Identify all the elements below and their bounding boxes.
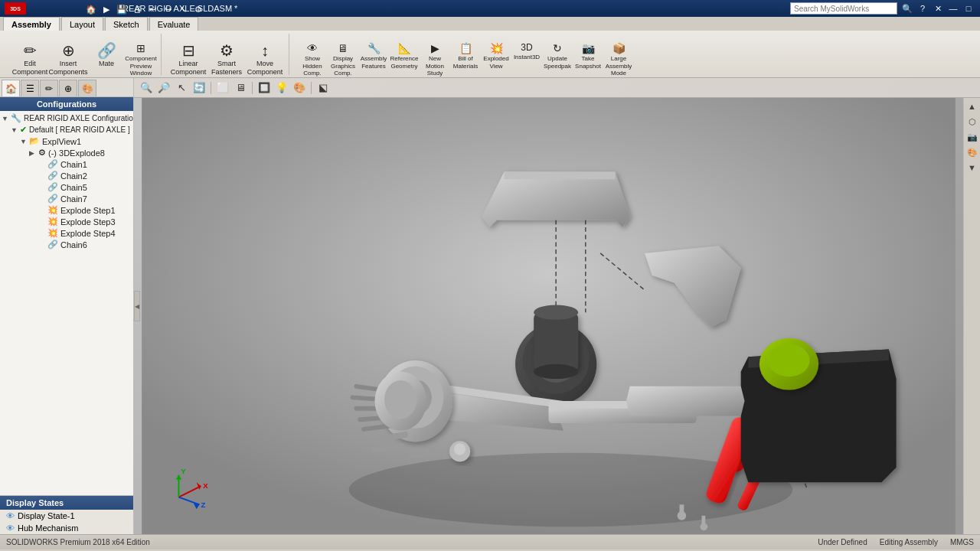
large-assembly-btn[interactable]: 📦 LargeAssemblyMode: [605, 41, 632, 75]
tree-item-default[interactable]: ▼ ✔ Default [ REAR RIGID AXLE ]: [11, 124, 132, 135]
panel-tab-color[interactable]: 🎨: [78, 80, 96, 96]
titlebar-left: 3DS 🏠 ▶ 💾 🖨 ↩ ↪ ↖ ⚙ REAR RIGID AXLE.SLDA…: [5, 2, 237, 15]
tree-item-chain6[interactable]: 🔗 Chain6: [38, 239, 132, 250]
right-icon-3[interactable]: 📷: [965, 130, 979, 144]
qat-print[interactable]: 🖨: [130, 3, 144, 15]
search-input[interactable]: [790, 2, 897, 15]
display-graphics-btn[interactable]: 🖥 DisplayGraphicsComp.: [329, 41, 357, 75]
section-view-btn[interactable]: 🔲: [256, 80, 272, 96]
toggle-explview[interactable]: ▼: [20, 138, 29, 145]
toggle-3dexplode[interactable]: ▶: [29, 149, 38, 157]
tree-item-explview[interactable]: ▼ 📂 ExplView1: [20, 135, 132, 147]
root-icon: 🔧: [11, 113, 21, 123]
root-label: REAR RIGID AXLE Configuration(s): [24, 114, 133, 122]
tab-evaluate[interactable]: Evaluate: [149, 17, 199, 31]
zoom-to-fit-btn[interactable]: 🔍: [139, 80, 154, 96]
show-hidden-btn[interactable]: 👁 ShowHiddenComp.: [299, 41, 326, 75]
qat-home[interactable]: 🏠: [84, 3, 98, 15]
tab-assembly[interactable]: Assembly: [3, 17, 60, 31]
right-icon-5[interactable]: ▼: [965, 161, 979, 174]
tree-item-explode-step4[interactable]: 💥 Explode Step4: [38, 227, 132, 239]
model-container: X Y Z: [134, 98, 963, 534]
panel-tab-add[interactable]: ⊕: [59, 80, 77, 96]
display-states: Display States 👁 Display State-1 👁 Hub M…: [0, 495, 133, 534]
right-icon-4[interactable]: 🎨: [965, 145, 979, 159]
tree-item-chain2[interactable]: 🔗 Chain2: [38, 170, 132, 181]
tree-item-explode-step3[interactable]: 💥 Explode Step3: [38, 216, 132, 227]
tree-item-chain1[interactable]: 🔗 Chain1: [38, 158, 132, 170]
reference-geometry-btn[interactable]: 📐 ReferenceGeometry: [390, 41, 418, 75]
qat-select[interactable]: ↖: [176, 3, 190, 15]
insert-components-btn[interactable]: ⊕ InsertComponents: [51, 41, 86, 75]
3d-viewport[interactable]: 🔍 🔎 ↖ 🔄 ⬜ 🖥 🔲 💡 🎨 ⬕: [134, 78, 980, 534]
select-btn[interactable]: ↖: [174, 80, 189, 96]
tab-sketch[interactable]: Sketch: [105, 17, 148, 31]
qat-options[interactable]: ⚙: [191, 3, 205, 15]
toggle-root[interactable]: ▼: [2, 115, 11, 122]
status-editing: Editing Assembly: [880, 538, 938, 546]
smart-fasteners-btn[interactable]: ⚙ SmartFasteners: [209, 41, 244, 75]
component-preview-btn[interactable]: ⊞ ComponentPreviewWindow: [127, 41, 155, 75]
panel-tab-edit[interactable]: ✏: [40, 80, 58, 96]
tree-item-explode-step1[interactable]: 💥 Explode Step1: [38, 204, 132, 216]
qat-undo[interactable]: ↩: [145, 3, 159, 15]
tab-layout[interactable]: Layout: [61, 17, 103, 31]
right-icon-2[interactable]: ⬡: [965, 115, 979, 129]
mate-btn[interactable]: 🔗 Mate: [89, 41, 124, 75]
lighting-btn[interactable]: 💡: [274, 80, 289, 96]
chain5-label: Chain5: [60, 183, 87, 192]
qat-redo[interactable]: ↪: [161, 3, 175, 15]
move-component-btn[interactable]: ↕ MoveComponent: [247, 41, 283, 75]
tree-item-chain5[interactable]: 🔗 Chain5: [38, 181, 132, 193]
view-orient-btn[interactable]: ⬜: [215, 80, 230, 96]
quick-access-toolbar: 🏠 ▶ 💾 🖨 ↩ ↪ ↖ ⚙: [84, 3, 205, 15]
panel-tab-home[interactable]: 🏠: [2, 80, 20, 96]
search-button[interactable]: 🔍: [900, 2, 914, 15]
bom-btn[interactable]: 📋 Bill ofMaterials: [452, 41, 479, 75]
edit-component-btn[interactable]: ✏ EditComponent: [12, 41, 47, 75]
ds-item-state1[interactable]: 👁 Display State-1: [0, 510, 133, 522]
reference-label: ReferenceGeometry: [390, 55, 419, 70]
take-snapshot-btn[interactable]: 📷 TakeSnapshot: [574, 41, 602, 75]
tree-item-chain7[interactable]: 🔗 Chain7: [38, 193, 132, 204]
cylinder-body: [534, 312, 578, 371]
qat-arrow[interactable]: ▶: [100, 3, 113, 15]
step1-icon: 💥: [47, 205, 58, 215]
collapse-handle[interactable]: ◀: [134, 291, 140, 321]
appearance-btn[interactable]: 🎨: [292, 80, 307, 96]
instant3d-btn[interactable]: 3D Instant3D: [513, 41, 541, 75]
scene-btn[interactable]: ⬕: [315, 80, 331, 96]
minimize-button[interactable]: —: [946, 2, 960, 15]
show-hidden-icon: 👁: [307, 43, 318, 54]
right-side-icons: ▲ ⬡ 📷 🎨 ▼: [963, 98, 980, 534]
rotate-btn[interactable]: 🔄: [191, 80, 207, 96]
ribbon: Assembly Layout Sketch Evaluate ✏ EditCo…: [0, 17, 980, 78]
help-button[interactable]: ?: [916, 2, 929, 15]
top-bracket: [482, 172, 630, 227]
linear-pattern-btn[interactable]: ⊟ LinearComponentPattern: [171, 41, 206, 75]
display-graphics-label: DisplayGraphicsComp.: [331, 55, 355, 77]
preview-icon: ⊞: [136, 43, 145, 54]
ribbon-group-component: ✏ EditComponent ⊕ InsertComponents 🔗 Mat…: [6, 34, 162, 75]
snapshot-label: TakeSnapshot: [575, 55, 601, 70]
ds-item-hub[interactable]: 👁 Hub Mechanism: [0, 522, 133, 534]
tree-item-root[interactable]: ▼ 🔧 REAR RIGID AXLE Configuration(s): [2, 112, 132, 124]
zoom-in-btn[interactable]: 🔎: [156, 80, 172, 96]
ds-icon-2: 👁: [6, 523, 15, 533]
qat-save[interactable]: 💾: [115, 3, 129, 15]
panel-tab-layers[interactable]: ☰: [21, 80, 39, 96]
step1-label: Explode Step1: [60, 206, 116, 215]
display-style-btn[interactable]: 🖥: [233, 80, 248, 96]
new-motion-btn[interactable]: ▶ NewMotionStudy: [421, 41, 449, 75]
toggle-default[interactable]: ▼: [11, 126, 20, 134]
exploded-view-btn[interactable]: 💥 ExplodedView: [482, 41, 510, 75]
assembly-features-btn[interactable]: 🔧 AssemblyFeatures: [360, 41, 387, 75]
maximize-button[interactable]: □: [962, 2, 975, 15]
right-icon-1[interactable]: ▲: [965, 99, 979, 113]
update-speedpak-btn[interactable]: ↻ UpdateSpeedpak: [544, 41, 571, 75]
exploded-label: ExplodedView: [483, 55, 508, 70]
close-button[interactable]: ✕: [931, 2, 945, 15]
tree-item-3dexplode[interactable]: ▶ ⚙ (-) 3DExplode8: [29, 147, 132, 158]
ribbon-group-display: 👁 ShowHiddenComp. 🖥 DisplayGraphicsComp.…: [292, 34, 639, 75]
motion-label: NewMotionStudy: [426, 55, 444, 77]
